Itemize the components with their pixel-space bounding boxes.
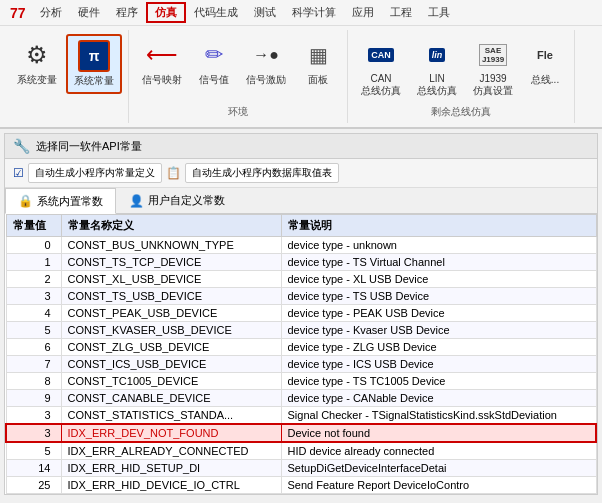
table-row[interactable]: 1CONST_TS_TCP_DEVICEdevice type - TS Vir… xyxy=(6,254,596,271)
table-row[interactable]: 3CONST_STATISTICS_STANDA...Signal Checke… xyxy=(6,407,596,425)
cell-desc: device type - TS TC1005 Device xyxy=(281,373,596,390)
tab-system-label: 系统内置常数 xyxy=(37,194,103,209)
flex-button[interactable]: Fle 总线... xyxy=(522,34,568,92)
can-icon: CAN xyxy=(365,39,397,71)
tab-user-const[interactable]: 👤 用户自定义常数 xyxy=(116,188,238,213)
cell-value: 5 xyxy=(6,322,61,339)
cell-value: 3 xyxy=(6,407,61,425)
sigval-button[interactable]: ✏ 信号值 xyxy=(191,34,237,92)
table-row[interactable]: 7CONST_ICS_USB_DEVICEdevice type - ICS U… xyxy=(6,356,596,373)
tab-system-const[interactable]: 🔒 系统内置常数 xyxy=(5,188,116,214)
menu-simulation[interactable]: 仿真 xyxy=(146,2,186,23)
ribbon-group-bus: CAN CAN总线仿真 lin LIN总线仿真 SAEJ1939 J1939仿真… xyxy=(348,30,575,123)
cell-desc: SetupDiGetDeviceInterfaceDetai xyxy=(281,460,596,477)
menu-codegen[interactable]: 代码生成 xyxy=(186,3,246,22)
cell-desc: device type - TS USB Device xyxy=(281,288,596,305)
cell-name: IDX_ERR_DEV_NOT_FOUND xyxy=(61,424,281,442)
sysconst-button[interactable]: π 系统常量 xyxy=(66,34,122,94)
small-checkbox-icon: ☑ xyxy=(13,166,24,180)
table-row[interactable]: 4CONST_PEAK_USB_DEVICEdevice type - PEAK… xyxy=(6,305,596,322)
lin-sim-button[interactable]: lin LIN总线仿真 xyxy=(410,34,464,103)
cell-value: 0 xyxy=(6,237,61,254)
cell-name: CONST_CANABLE_DEVICE xyxy=(61,390,281,407)
can-sim-label: CAN总线仿真 xyxy=(361,73,401,98)
table-row[interactable]: 3IDX_ERR_DEV_NOT_FOUNDDevice not found xyxy=(6,424,596,442)
ribbon-group-items-system: ⚙ 系统变量 π 系统常量 xyxy=(10,34,122,119)
sae-label-icon: SAEJ1939 xyxy=(479,44,507,66)
header-icon: 🔧 xyxy=(13,138,30,154)
menu-program[interactable]: 程序 xyxy=(108,3,146,22)
ribbon-group-system: ⚙ 系统变量 π 系统常量 xyxy=(4,30,129,123)
sigact-label: 信号激励 xyxy=(246,73,286,87)
cell-value: 25 xyxy=(6,477,61,494)
content-title: 选择同一软件API常量 xyxy=(36,139,142,154)
cell-desc: device type - CANable Device xyxy=(281,390,596,407)
app-logo: 77 xyxy=(4,3,32,23)
lin-icon: lin xyxy=(421,39,453,71)
cell-desc: device type - PEAK USB Device xyxy=(281,305,596,322)
cell-desc: Send Feature Report DeviceIoContro xyxy=(281,477,596,494)
menu-tools[interactable]: 工具 xyxy=(420,3,458,22)
cell-value: 6 xyxy=(6,339,61,356)
cell-desc: device type - unknown xyxy=(281,237,596,254)
cell-value: 4 xyxy=(6,305,61,322)
panel-button[interactable]: ▦ 面板 xyxy=(295,34,341,92)
j1939-button[interactable]: SAEJ1939 J1939仿真设置 xyxy=(466,34,520,103)
user-icon: 👤 xyxy=(129,194,144,208)
cell-name: CONST_TC1005_DEVICE xyxy=(61,373,281,390)
sysvar-icon: ⚙ xyxy=(21,39,53,71)
table-row[interactable]: 8CONST_TC1005_DEVICEdevice type - TS TC1… xyxy=(6,373,596,390)
table-row[interactable]: 5IDX_ERR_ALREADY_CONNECTEDHID device alr… xyxy=(6,442,596,460)
cell-name: CONST_ZLG_USB_DEVICE xyxy=(61,339,281,356)
table-row[interactable]: 14IDX_ERR_HID_SETUP_DISetupDiGetDeviceIn… xyxy=(6,460,596,477)
tabs-container: 🔒 系统内置常数 👤 用户自定义常数 xyxy=(5,188,597,214)
sigmap-button[interactable]: ⟵ 信号映射 xyxy=(135,34,189,92)
cell-name: IDX_ERR_ALREADY_CONNECTED xyxy=(61,442,281,460)
tab-user-label: 用户自定义常数 xyxy=(148,193,225,208)
app-root: 77 分析 硬件 程序 仿真 代码生成 测试 科学计算 应用 工程 工具 ⚙ 系… xyxy=(0,0,602,495)
cell-value: 9 xyxy=(6,390,61,407)
cell-desc: device type - TS Virtual Channel xyxy=(281,254,596,271)
pencil-icon: ✏ xyxy=(205,42,223,68)
col-value: 常量值 xyxy=(6,215,61,237)
autogen-db-btn[interactable]: 自动生成小程序内数据库取值表 xyxy=(185,163,339,183)
cell-desc: device type - ZLG USB Device xyxy=(281,339,596,356)
cell-desc: Device not found xyxy=(281,424,596,442)
j1939-icon: SAEJ1939 xyxy=(477,39,509,71)
table-row[interactable]: 25IDX_ERR_HID_DEVICE_IO_CTRLSend Feature… xyxy=(6,477,596,494)
sigmap-icon: ⟵ xyxy=(146,39,178,71)
cell-name: CONST_PEAK_USB_DEVICE xyxy=(61,305,281,322)
table-row[interactable]: 9CONST_CANABLE_DEVICEdevice type - CANab… xyxy=(6,390,596,407)
menu-science[interactable]: 科学计算 xyxy=(284,3,344,22)
menu-analysis[interactable]: 分析 xyxy=(32,3,70,22)
arrow-icon: ⟵ xyxy=(146,42,178,68)
lin-label-icon: lin xyxy=(429,48,446,62)
col-name: 常量名称定义 xyxy=(61,215,281,237)
table-row[interactable]: 5CONST_KVASER_USB_DEVICEdevice type - Kv… xyxy=(6,322,596,339)
sigact-button[interactable]: →● 信号激励 xyxy=(239,34,293,92)
sigval-icon: ✏ xyxy=(198,39,230,71)
ribbon-group-items-env: ⟵ 信号映射 ✏ 信号值 →● 信号激励 ▦ 面板 xyxy=(135,34,341,103)
table-header: 常量值 常量名称定义 常量说明 xyxy=(6,215,596,237)
flex-label: 总线... xyxy=(531,73,559,87)
sigact-icon: →● xyxy=(250,39,282,71)
menu-hardware[interactable]: 硬件 xyxy=(70,3,108,22)
cell-value: 3 xyxy=(6,288,61,305)
sigmap-label: 信号映射 xyxy=(142,73,182,87)
table-row[interactable]: 0CONST_BUS_UNKNOWN_TYPEdevice type - unk… xyxy=(6,237,596,254)
table-row[interactable]: 2CONST_XL_USB_DEVICEdevice type - XL USB… xyxy=(6,271,596,288)
cell-name: CONST_KVASER_USB_DEVICE xyxy=(61,322,281,339)
menu-test[interactable]: 测试 xyxy=(246,3,284,22)
autogen-db-label: 自动生成小程序内数据库取值表 xyxy=(192,166,332,180)
cell-value: 7 xyxy=(6,356,61,373)
lock-icon: 🔒 xyxy=(18,194,33,208)
table-row[interactable]: 6CONST_ZLG_USB_DEVICEdevice type - ZLG U… xyxy=(6,339,596,356)
menu-engineering[interactable]: 工程 xyxy=(382,3,420,22)
autogen-const-btn[interactable]: 自动生成小程序内常量定义 xyxy=(28,163,162,183)
cell-value: 14 xyxy=(6,460,61,477)
can-sim-button[interactable]: CAN CAN总线仿真 xyxy=(354,34,408,103)
sysvar-button[interactable]: ⚙ 系统变量 xyxy=(10,34,64,92)
menu-app[interactable]: 应用 xyxy=(344,3,382,22)
sysconst-label: 系统常量 xyxy=(74,74,114,88)
table-row[interactable]: 3CONST_TS_USB_DEVICEdevice type - TS USB… xyxy=(6,288,596,305)
